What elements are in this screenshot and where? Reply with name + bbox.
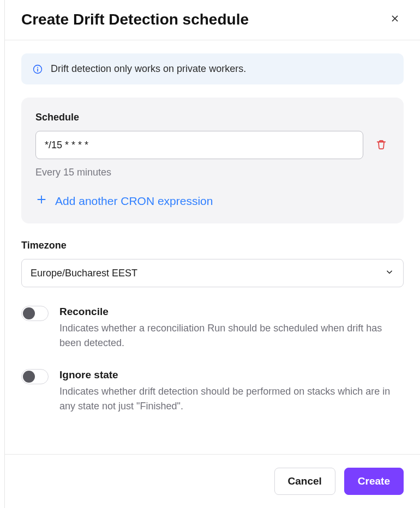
cron-input[interactable] [35,131,363,159]
modal-footer: Cancel Create [5,454,420,508]
delete-cron-button[interactable] [373,136,389,154]
reconcile-title: Reconcile [59,306,404,318]
cron-row [35,131,389,159]
timezone-selected-value: Europe/Bucharest EEST [31,268,137,279]
info-banner: Drift detection only works on private wo… [21,53,404,84]
reconcile-section: Reconcile Indicates whether a reconcilia… [21,306,404,350]
plus-icon [35,193,47,208]
svg-point-1 [37,66,38,68]
cron-hint: Every 15 minutes [35,167,389,178]
chevron-down-icon [385,267,394,280]
ignore-state-title: Ignore state [59,369,404,381]
trash-icon [375,138,387,152]
svg-rect-2 [37,68,38,71]
timezone-select: Europe/Bucharest EEST [21,259,404,287]
modal-header: Create Drift Detection schedule [5,0,420,40]
reconcile-description: Indicates whether a reconciliation Run s… [59,321,404,350]
timezone-label: Timezone [21,240,404,251]
info-icon [32,64,43,75]
toggle-knob [23,307,35,319]
ignore-state-section: Ignore state Indicates whether drift det… [21,369,404,414]
info-text: Drift detection only works on private wo… [51,63,246,75]
add-cron-label: Add another CRON expression [55,195,213,208]
modal-body: Drift detection only works on private wo… [5,40,420,454]
create-button[interactable]: Create [344,468,404,495]
reconcile-content: Reconcile Indicates whether a reconcilia… [59,306,404,350]
toggle-knob [23,371,35,383]
add-cron-button[interactable]: Add another CRON expression [35,193,213,208]
close-icon [389,13,400,26]
ignore-state-description: Indicates whether drift detection should… [59,384,404,414]
timezone-dropdown[interactable]: Europe/Bucharest EEST [21,259,404,287]
reconcile-toggle[interactable] [21,306,49,321]
schedule-card: Schedule Every 15 minutes [21,98,404,223]
close-button[interactable] [386,10,404,29]
create-drift-detection-modal: Create Drift Detection schedule Drift de… [4,0,420,508]
ignore-state-content: Ignore state Indicates whether drift det… [59,369,404,414]
ignore-state-toggle[interactable] [21,369,49,384]
modal-title: Create Drift Detection schedule [21,11,249,28]
schedule-label: Schedule [35,112,389,123]
cancel-button[interactable]: Cancel [274,468,335,495]
